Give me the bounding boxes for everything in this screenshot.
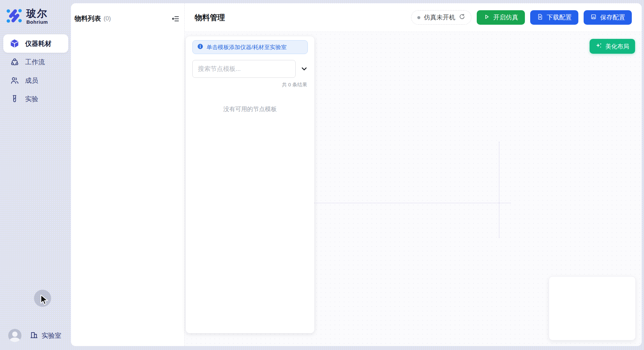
- status-dot-icon: [417, 16, 420, 19]
- sidebar-item-workflow[interactable]: 工作流: [3, 53, 68, 71]
- play-icon: [483, 14, 490, 22]
- template-hint-banner: 单击模板添加仪器/耗材至实验室: [192, 40, 308, 54]
- avatar[interactable]: [8, 329, 21, 342]
- brand-text: 玻尔 Bohrium: [26, 9, 48, 25]
- cube-icon: [10, 39, 19, 48]
- info-icon: [197, 43, 204, 51]
- test-tube-icon: [10, 94, 19, 103]
- simulation-status-pill[interactable]: 仿真未开机: [411, 10, 471, 25]
- canvas-guide-line-vertical: [499, 142, 499, 238]
- template-hint-text: 单击模板添加仪器/耗材至实验室: [207, 44, 287, 51]
- sidebar-footer: 实验室: [0, 329, 71, 342]
- template-result-count: 共 0 条结果: [186, 82, 307, 88]
- save-icon: [590, 14, 597, 22]
- main-header: 物料管理 仿真未开机: [185, 3, 642, 32]
- users-icon: [10, 76, 19, 85]
- brand-name-zh: 玻尔: [26, 9, 48, 18]
- save-config-button[interactable]: 保存配置: [584, 10, 632, 25]
- template-panel: 单击模板添加仪器/耗材至实验室 共 0 条结果 没有可用的节点模板: [186, 36, 314, 333]
- building-icon: [30, 331, 38, 341]
- lab-label: 实验室: [42, 331, 61, 340]
- template-search-input[interactable]: [192, 60, 296, 78]
- sidebar-item-label: 实验: [25, 95, 38, 103]
- minimap-panel[interactable]: [549, 276, 636, 340]
- beautify-layout-label: 美化布局: [605, 43, 629, 50]
- collapse-panel-icon[interactable]: [171, 15, 180, 23]
- refresh-icon[interactable]: [459, 14, 465, 21]
- brand-name-en: Bohrium: [26, 19, 48, 25]
- content-wrapper: 物料列表 (0) 物料管理 仿真未开机: [71, 3, 642, 346]
- start-simulation-label: 开启仿真: [493, 13, 518, 22]
- material-list-title: 物料列表: [75, 14, 101, 23]
- page-title: 物料管理: [195, 13, 225, 23]
- file-download-icon: [537, 14, 543, 22]
- sidebar-item-label: 仪器耗材: [25, 39, 51, 48]
- workflow-icon: [10, 57, 19, 67]
- bohrium-logo-icon: [6, 8, 22, 25]
- beautify-layout-button[interactable]: 美化布局: [590, 39, 635, 54]
- sidebar-nav: 仪器耗材 工作流 成员: [3, 34, 68, 108]
- sparkles-icon: [596, 42, 602, 51]
- avatar-body: [10, 337, 20, 342]
- sidebar-item-label: 成员: [25, 76, 38, 85]
- main-area: 物料管理 仿真未开机: [185, 3, 642, 346]
- template-search-row: [192, 60, 308, 78]
- sidebar-item-instruments[interactable]: 仪器耗材: [3, 34, 68, 53]
- save-config-label: 保存配置: [600, 13, 625, 22]
- sidebar-item-members[interactable]: 成员: [3, 71, 68, 90]
- material-list-count: (0): [104, 15, 111, 22]
- brand: 玻尔 Bohrium: [3, 5, 68, 26]
- download-config-label: 下载配置: [547, 13, 572, 22]
- sidebar-item-label: 工作流: [25, 58, 45, 67]
- template-empty-text: 没有可用的节点模板: [186, 105, 314, 113]
- header-actions: 仿真未开机 开启仿真: [411, 10, 632, 25]
- lab-switcher[interactable]: 实验室: [30, 331, 61, 341]
- lab-canvas[interactable]: 单击模板添加仪器/耗材至实验室 共 0 条结果 没有可用的节点模板: [185, 32, 642, 346]
- simulation-status-label: 仿真未开机: [424, 13, 455, 22]
- start-simulation-button[interactable]: 开启仿真: [477, 10, 525, 25]
- mouse-cursor: [39, 294, 50, 307]
- canvas-guide-line-horizontal: [314, 203, 511, 203]
- sidebar-item-experiments[interactable]: 实验: [3, 90, 68, 108]
- material-list-header: 物料列表 (0): [75, 14, 180, 23]
- material-list-panel: 物料列表 (0): [71, 3, 185, 346]
- avatar-head: [12, 332, 17, 337]
- chevron-down-icon[interactable]: [300, 65, 308, 73]
- download-config-button[interactable]: 下载配置: [530, 10, 578, 25]
